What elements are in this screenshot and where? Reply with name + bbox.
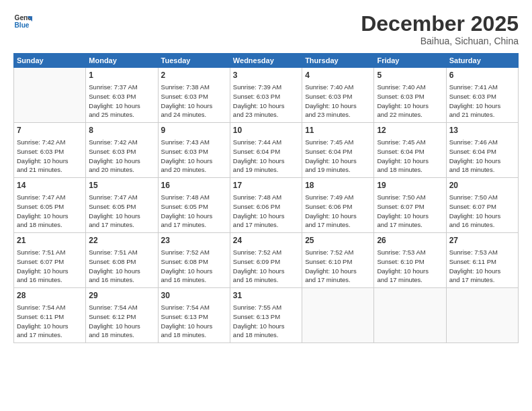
calendar-cell: 25Sunrise: 7:52 AM Sunset: 6:10 PM Dayli… [302,233,374,288]
day-info: Sunrise: 7:52 AM Sunset: 6:09 PM Dayligh… [233,248,299,285]
calendar-cell: 22Sunrise: 7:51 AM Sunset: 6:08 PM Dayli… [86,233,158,288]
weekday-header-wednesday: Wednesday [230,54,302,68]
calendar-cell: 31Sunrise: 7:55 AM Sunset: 6:13 PM Dayli… [230,288,302,343]
day-info: Sunrise: 7:42 AM Sunset: 6:03 PM Dayligh… [89,138,154,175]
day-number: 11 [305,125,371,136]
calendar-cell: 12Sunrise: 7:45 AM Sunset: 6:04 PM Dayli… [374,123,446,178]
calendar-cell: 6Sunrise: 7:41 AM Sunset: 6:03 PM Daylig… [446,68,518,123]
day-info: Sunrise: 7:40 AM Sunset: 6:03 PM Dayligh… [305,83,371,120]
day-info: Sunrise: 7:48 AM Sunset: 6:06 PM Dayligh… [233,193,299,230]
calendar-page: General Blue December 2025 Baihua, Sichu… [0,0,532,411]
day-number: 28 [17,290,83,302]
calendar-cell [374,288,446,343]
day-number: 2 [161,70,227,81]
calendar-cell: 24Sunrise: 7:52 AM Sunset: 6:09 PM Dayli… [230,233,302,288]
day-number: 10 [233,125,299,136]
calendar-cell: 18Sunrise: 7:49 AM Sunset: 6:06 PM Dayli… [302,178,374,233]
day-number: 3 [233,70,299,81]
day-info: Sunrise: 7:47 AM Sunset: 6:05 PM Dayligh… [89,193,154,230]
day-number: 19 [377,180,443,191]
day-number: 20 [449,180,515,191]
day-number: 18 [305,180,371,191]
calendar-cell: 8Sunrise: 7:42 AM Sunset: 6:03 PM Daylig… [86,123,158,178]
day-info: Sunrise: 7:54 AM Sunset: 6:12 PM Dayligh… [89,303,154,340]
weekday-header-friday: Friday [374,54,446,68]
day-number: 27 [449,235,515,246]
day-number: 23 [161,235,227,246]
day-info: Sunrise: 7:49 AM Sunset: 6:06 PM Dayligh… [305,193,371,230]
day-number: 15 [89,180,154,191]
svg-text:Blue: Blue [15,21,30,29]
day-info: Sunrise: 7:37 AM Sunset: 6:03 PM Dayligh… [89,83,154,120]
day-info: Sunrise: 7:45 AM Sunset: 6:04 PM Dayligh… [377,138,443,175]
calendar-cell [446,288,518,343]
day-info: Sunrise: 7:44 AM Sunset: 6:04 PM Dayligh… [233,138,299,175]
day-info: Sunrise: 7:39 AM Sunset: 6:03 PM Dayligh… [233,83,299,120]
day-number: 21 [17,235,83,246]
calendar-cell: 9Sunrise: 7:43 AM Sunset: 6:03 PM Daylig… [158,123,230,178]
calendar-cell: 27Sunrise: 7:53 AM Sunset: 6:11 PM Dayli… [446,233,518,288]
weekday-header-thursday: Thursday [302,54,374,68]
week-row-3: 14Sunrise: 7:47 AM Sunset: 6:05 PM Dayli… [14,178,519,233]
day-number: 4 [305,70,371,81]
day-number: 30 [161,290,227,302]
day-info: Sunrise: 7:52 AM Sunset: 6:08 PM Dayligh… [161,248,227,285]
calendar-cell: 23Sunrise: 7:52 AM Sunset: 6:08 PM Dayli… [158,233,230,288]
day-number: 26 [377,235,443,246]
calendar-cell [302,288,374,343]
title-block: December 2025 Baihua, Sichuan, China [361,12,519,46]
day-number: 29 [89,290,154,302]
calendar-cell: 5Sunrise: 7:40 AM Sunset: 6:03 PM Daylig… [374,68,446,123]
weekday-header-tuesday: Tuesday [158,54,230,68]
day-info: Sunrise: 7:38 AM Sunset: 6:03 PM Dayligh… [161,83,227,120]
calendar-cell: 29Sunrise: 7:54 AM Sunset: 6:12 PM Dayli… [86,288,158,343]
day-info: Sunrise: 7:50 AM Sunset: 6:07 PM Dayligh… [449,193,515,230]
calendar-cell: 4Sunrise: 7:40 AM Sunset: 6:03 PM Daylig… [302,68,374,123]
weekday-header-row: SundayMondayTuesdayWednesdayThursdayFrid… [14,54,519,68]
day-info: Sunrise: 7:51 AM Sunset: 6:08 PM Dayligh… [89,248,154,285]
day-info: Sunrise: 7:55 AM Sunset: 6:13 PM Dayligh… [233,303,299,340]
day-number: 31 [233,290,299,302]
day-number: 13 [449,125,515,136]
day-number: 14 [17,180,83,191]
calendar-cell [14,68,86,123]
calendar-cell: 16Sunrise: 7:48 AM Sunset: 6:05 PM Dayli… [158,178,230,233]
day-info: Sunrise: 7:41 AM Sunset: 6:03 PM Dayligh… [449,83,515,120]
calendar-cell: 17Sunrise: 7:48 AM Sunset: 6:06 PM Dayli… [230,178,302,233]
day-info: Sunrise: 7:46 AM Sunset: 6:04 PM Dayligh… [449,138,515,175]
day-number: 24 [233,235,299,246]
calendar-cell: 28Sunrise: 7:54 AM Sunset: 6:11 PM Dayli… [14,288,86,343]
day-number: 9 [161,125,227,136]
calendar-cell: 2Sunrise: 7:38 AM Sunset: 6:03 PM Daylig… [158,68,230,123]
day-number: 1 [89,70,154,81]
day-info: Sunrise: 7:48 AM Sunset: 6:05 PM Dayligh… [161,193,227,230]
day-info: Sunrise: 7:40 AM Sunset: 6:03 PM Dayligh… [377,83,443,120]
day-info: Sunrise: 7:54 AM Sunset: 6:13 PM Dayligh… [161,303,227,340]
calendar-title: December 2025 [361,12,519,36]
day-number: 25 [305,235,371,246]
day-info: Sunrise: 7:43 AM Sunset: 6:03 PM Dayligh… [161,138,227,175]
day-info: Sunrise: 7:54 AM Sunset: 6:11 PM Dayligh… [17,303,83,340]
day-info: Sunrise: 7:51 AM Sunset: 6:07 PM Dayligh… [17,248,83,285]
day-number: 5 [377,70,443,81]
calendar-cell: 10Sunrise: 7:44 AM Sunset: 6:04 PM Dayli… [230,123,302,178]
day-number: 8 [89,125,154,136]
calendar-cell: 21Sunrise: 7:51 AM Sunset: 6:07 PM Dayli… [14,233,86,288]
calendar-subtitle: Baihua, Sichuan, China [361,36,519,46]
weekday-header-monday: Monday [86,54,158,68]
calendar-cell: 15Sunrise: 7:47 AM Sunset: 6:05 PM Dayli… [86,178,158,233]
week-row-4: 21Sunrise: 7:51 AM Sunset: 6:07 PM Dayli… [14,233,519,288]
day-info: Sunrise: 7:53 AM Sunset: 6:11 PM Dayligh… [449,248,515,285]
calendar-cell: 7Sunrise: 7:42 AM Sunset: 6:03 PM Daylig… [14,123,86,178]
logo: General Blue [13,12,32,31]
logo-icon: General Blue [13,12,32,31]
calendar-table: SundayMondayTuesdayWednesdayThursdayFrid… [13,53,519,343]
day-number: 12 [377,125,443,136]
weekday-header-sunday: Sunday [14,54,86,68]
day-info: Sunrise: 7:42 AM Sunset: 6:03 PM Dayligh… [17,138,83,175]
day-number: 7 [17,125,83,136]
weekday-header-saturday: Saturday [446,54,518,68]
calendar-cell: 26Sunrise: 7:53 AM Sunset: 6:10 PM Dayli… [374,233,446,288]
day-number: 6 [449,70,515,81]
week-row-1: 1Sunrise: 7:37 AM Sunset: 6:03 PM Daylig… [14,68,519,123]
